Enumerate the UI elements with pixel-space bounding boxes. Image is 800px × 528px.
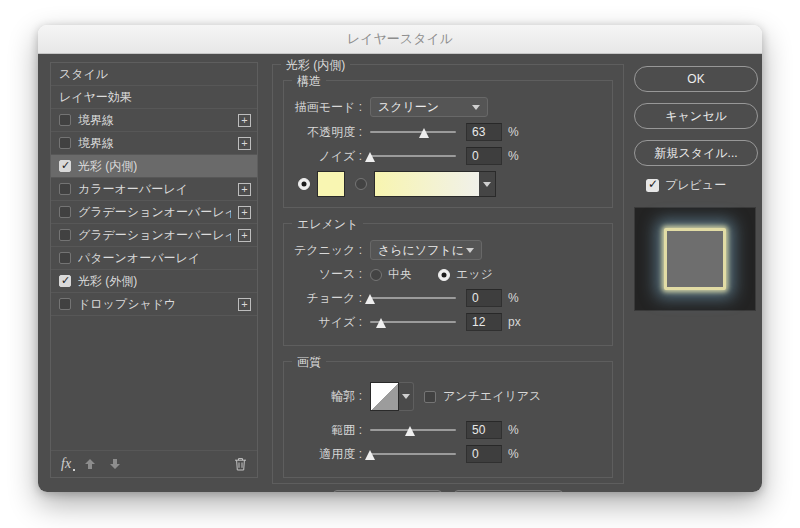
gradient-swatch[interactable] — [375, 172, 479, 196]
slider-thumb[interactable] — [365, 152, 375, 162]
noise-unit: % — [508, 149, 519, 163]
source-center-radio[interactable] — [370, 269, 382, 281]
add-effect-icon[interactable]: + — [238, 183, 251, 196]
source-edge-radio[interactable] — [438, 269, 450, 281]
choke-slider[interactable] — [370, 290, 456, 306]
glow-color-swatch[interactable] — [317, 171, 345, 197]
item-checkbox[interactable] — [59, 229, 71, 241]
contour-thumbnail[interactable] — [370, 382, 399, 411]
ok-button[interactable]: OK — [634, 66, 758, 92]
jitter-row: 適用度 : 0 % — [284, 445, 606, 463]
opacity-row: 不透明度 : 63 % — [284, 123, 606, 141]
slider-track — [370, 453, 456, 455]
source-label: ソース : — [284, 266, 362, 283]
move-effect-up-icon[interactable] — [84, 458, 96, 470]
contour-picker[interactable] — [370, 382, 414, 411]
make-default-button[interactable]: 初期設定にする — [333, 490, 442, 492]
sidebar-item-label: 光彩 (外側) — [78, 273, 137, 290]
sidebar-item[interactable]: グラデーションオーバーレイ+ — [51, 201, 257, 224]
add-effect-icon[interactable]: + — [238, 298, 251, 311]
slider-track — [370, 131, 456, 133]
sidebar-item[interactable]: 境界線+ — [51, 109, 257, 132]
sidebar-item[interactable]: 光彩 (外側) — [51, 270, 257, 293]
dialog-content: スタイルレイヤー効果境界線+境界線+光彩 (内側)カラーオーバーレイ+グラデーシ… — [38, 54, 762, 492]
range-slider[interactable] — [370, 422, 456, 438]
noise-input[interactable]: 0 — [466, 147, 502, 165]
size-slider[interactable] — [370, 314, 456, 330]
color-radio[interactable] — [298, 178, 310, 190]
new-style-button[interactable]: 新規スタイル... — [634, 140, 758, 166]
chevron-down-icon[interactable] — [479, 172, 495, 196]
sidebar-item[interactable]: ドロップシャドウ+ — [51, 293, 257, 316]
sidebar-item[interactable]: 境界線+ — [51, 132, 257, 155]
chevron-down-icon — [466, 248, 474, 253]
choke-label: チョーク : — [284, 290, 362, 307]
opacity-input[interactable]: 63 — [466, 123, 502, 141]
antialias-checkbox[interactable] — [424, 391, 436, 403]
antialias-label: アンチエイリアス — [443, 388, 541, 405]
sidebar-item[interactable]: 光彩 (内側) — [51, 155, 257, 178]
item-checkbox[interactable] — [59, 252, 71, 264]
jitter-slider[interactable] — [370, 446, 456, 462]
item-checkbox[interactable] — [59, 160, 71, 172]
jitter-label: 適用度 : — [284, 446, 362, 463]
gradient-picker[interactable] — [374, 171, 496, 197]
item-checkbox[interactable] — [59, 183, 71, 195]
add-effect-icon[interactable]: + — [238, 206, 251, 219]
item-checkbox[interactable] — [59, 114, 71, 126]
action-column: OK キャンセル 新規スタイル... プレビュー — [634, 66, 758, 311]
chevron-down-icon[interactable] — [399, 382, 414, 411]
cancel-button[interactable]: キャンセル — [634, 103, 758, 129]
contour-label: 輪郭 : — [284, 388, 362, 405]
structure-group: 構造 描画モード : スクリーン 不透明度 : — [283, 80, 613, 208]
technique-value: さらにソフトに — [378, 242, 464, 259]
glow-color-row — [298, 171, 606, 197]
size-label: サイズ : — [284, 314, 362, 331]
noise-slider[interactable] — [370, 148, 456, 164]
item-checkbox[interactable] — [59, 206, 71, 218]
item-checkbox[interactable] — [59, 298, 71, 310]
sidebar-item[interactable]: スタイル — [51, 63, 257, 86]
slider-thumb[interactable] — [376, 318, 386, 328]
sidebar-item[interactable]: カラーオーバーレイ+ — [51, 178, 257, 201]
jitter-input[interactable]: 0 — [466, 445, 502, 463]
opacity-slider[interactable] — [370, 124, 456, 140]
range-row: 範囲 : 50 % — [284, 421, 606, 439]
move-effect-down-icon[interactable] — [109, 458, 121, 470]
gradient-radio[interactable] — [355, 178, 367, 190]
range-input[interactable]: 50 — [466, 421, 502, 439]
add-effect-icon[interactable]: + — [238, 229, 251, 242]
range-unit: % — [508, 423, 519, 437]
technique-select[interactable]: さらにソフトに — [370, 240, 482, 260]
inner-glow-panel: 光彩 (内側) 構造 描画モード : スクリーン 不透明度 : — [272, 64, 624, 484]
technique-label: テクニック : — [284, 242, 362, 259]
item-checkbox[interactable] — [59, 137, 71, 149]
fx-icon[interactable]: fx — [61, 456, 71, 472]
sidebar-item[interactable]: グラデーションオーバーレイ+ — [51, 224, 257, 247]
add-effect-icon[interactable]: + — [238, 137, 251, 150]
blend-mode-select[interactable]: スクリーン — [370, 97, 488, 117]
slider-track — [370, 155, 456, 157]
item-checkbox[interactable] — [59, 275, 71, 287]
choke-row: チョーク : 0 % — [284, 289, 606, 307]
preview-checkbox[interactable] — [646, 179, 659, 192]
delete-effect-icon[interactable] — [234, 457, 247, 471]
preview-thumbnail — [634, 207, 756, 311]
blend-mode-label: 描画モード : — [284, 99, 362, 116]
size-input[interactable]: 12 — [466, 313, 502, 331]
range-label: 範囲 : — [284, 422, 362, 439]
sidebar-item[interactable]: レイヤー効果 — [51, 86, 257, 109]
dialog-titlebar[interactable]: レイヤースタイル — [38, 25, 762, 54]
add-effect-icon[interactable]: + — [238, 114, 251, 127]
slider-thumb[interactable] — [419, 128, 429, 138]
quality-group: 画質 輪郭 : アンチエイリアス 範囲 : — [283, 361, 613, 478]
sidebar-item[interactable]: パターンオーバーレイ — [51, 247, 257, 270]
reset-default-button[interactable]: 初期設定に戻す — [454, 490, 563, 492]
slider-thumb[interactable] — [365, 294, 375, 304]
sidebar-item-label: スタイル — [59, 66, 108, 83]
choke-unit: % — [508, 291, 519, 305]
slider-thumb[interactable] — [405, 426, 415, 436]
choke-input[interactable]: 0 — [466, 289, 502, 307]
sidebar-list: スタイルレイヤー効果境界線+境界線+光彩 (内側)カラーオーバーレイ+グラデーシ… — [51, 63, 257, 450]
slider-thumb[interactable] — [365, 450, 375, 460]
